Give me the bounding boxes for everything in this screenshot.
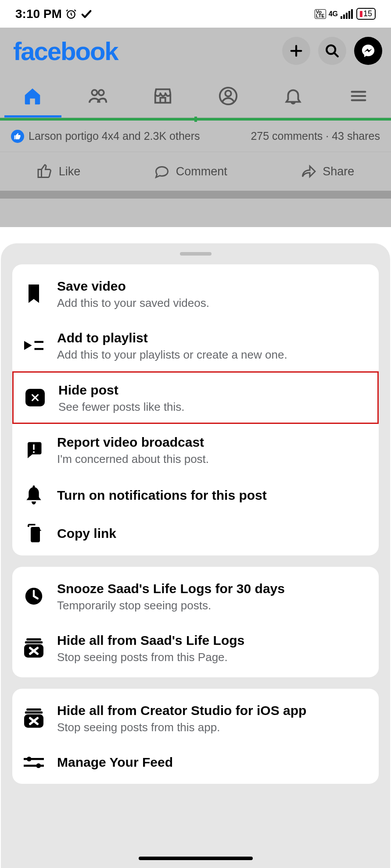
menu-icon <box>348 86 369 106</box>
tab-profile[interactable] <box>196 74 261 117</box>
svg-point-10 <box>92 90 97 95</box>
comment-button[interactable]: Comment <box>154 164 227 179</box>
sliders-icon <box>24 755 44 770</box>
friends-icon <box>88 86 108 106</box>
item-sub: Stop seeing posts from this Page. <box>57 651 368 664</box>
marketplace-icon <box>153 86 173 106</box>
create-button[interactable] <box>282 37 310 65</box>
comment-icon <box>154 164 170 179</box>
item-title: Add to playlist <box>57 329 368 346</box>
next-post-peek <box>0 199 391 227</box>
comment-label: Comment <box>176 165 227 178</box>
svg-rect-30 <box>26 708 41 711</box>
playlist-icon <box>24 338 43 353</box>
check-icon <box>80 8 93 20</box>
profile-icon <box>218 86 238 106</box>
report-icon <box>25 441 43 459</box>
item-hide-app[interactable]: Hide all from Creator Studio for iOS app… <box>12 692 379 744</box>
alarm-icon <box>65 8 77 20</box>
item-hide-post[interactable]: Hide post See fewer posts like this. <box>12 371 379 424</box>
item-sub: See fewer posts like this. <box>58 400 367 414</box>
svg-rect-4 <box>348 11 350 19</box>
item-hide-page[interactable]: Hide all from Saad's Life Logs Stop seei… <box>12 622 379 674</box>
tab-notifications[interactable] <box>261 74 326 117</box>
divider <box>0 191 391 199</box>
item-snooze[interactable]: Snooze Saad's Life Logs for 30 days Temp… <box>12 570 379 622</box>
post-actions: Like Comment Share <box>0 152 391 191</box>
sheet-card-3: Hide all from Creator Studio for iOS app… <box>12 689 379 784</box>
progress-line <box>0 118 391 121</box>
item-manage-feed[interactable]: Manage Your Feed <box>12 744 379 780</box>
like-label: Like <box>59 165 81 178</box>
svg-rect-2 <box>343 14 345 19</box>
home-icon <box>22 86 43 106</box>
tab-friends[interactable] <box>65 74 131 117</box>
svg-rect-38 <box>24 765 44 767</box>
svg-rect-5 <box>351 9 353 19</box>
item-copy-link[interactable]: Copy link <box>12 514 379 552</box>
item-report[interactable]: Report video broadcast I'm concerned abo… <box>12 424 379 476</box>
item-title: Copy link <box>57 525 368 542</box>
home-indicator[interactable] <box>139 857 253 860</box>
svg-rect-25 <box>26 638 41 640</box>
svg-rect-36 <box>24 758 44 760</box>
signal-icon <box>341 9 354 19</box>
svg-rect-1 <box>341 16 342 19</box>
messenger-button[interactable] <box>354 37 382 65</box>
item-title: Turn on notifications for this post <box>57 487 368 504</box>
tab-home[interactable] <box>0 74 65 117</box>
like-button[interactable]: Like <box>37 164 81 179</box>
bookmark-icon <box>26 284 42 303</box>
item-title: Hide all from Saad's Life Logs <box>57 632 368 649</box>
bell-fill-icon <box>25 485 43 505</box>
sheet-card-1: Save video Add this to your saved videos… <box>12 264 379 555</box>
svg-rect-22 <box>33 445 35 450</box>
item-title: Save video <box>57 277 368 295</box>
svg-rect-26 <box>25 641 43 644</box>
network-label: 4G <box>329 10 338 18</box>
item-sub: Stop seeing posts from this app. <box>57 721 368 734</box>
tab-marketplace[interactable] <box>130 74 196 117</box>
svg-marker-17 <box>24 341 32 350</box>
share-label: Share <box>323 165 354 178</box>
app-header: facebook <box>0 28 391 74</box>
like-icon <box>37 164 53 179</box>
close-box-icon <box>25 389 45 406</box>
clock-icon <box>25 587 43 605</box>
item-add-playlist[interactable]: Add to playlist Add this to your playlis… <box>12 320 379 371</box>
active-tab-indicator <box>4 115 61 117</box>
like-badge-icon <box>11 130 24 143</box>
svg-rect-31 <box>25 711 43 714</box>
post-stats[interactable]: Larson portigo 4x4 and 2.3K others 275 c… <box>0 121 391 152</box>
item-title: Manage Your Feed <box>57 754 368 771</box>
item-sub: Temporarily stop seeing posts. <box>57 599 368 612</box>
svg-rect-19 <box>34 348 43 350</box>
item-title: Hide post <box>58 381 367 398</box>
svg-rect-3 <box>346 13 348 19</box>
battery-indicator: 15 <box>356 8 376 20</box>
copy-icon <box>25 524 43 542</box>
svg-point-13 <box>225 90 231 96</box>
search-button[interactable] <box>318 37 346 65</box>
status-time: 3:10 PM <box>15 7 62 21</box>
tab-bar <box>0 74 391 118</box>
facebook-logo: facebook <box>13 36 118 66</box>
sheet-handle[interactable] <box>180 252 212 256</box>
tab-menu[interactable] <box>326 74 391 117</box>
item-save-video[interactable]: Save video Add this to your saved videos… <box>12 268 379 320</box>
status-bar: 3:10 PM Vo LTE 4G 15 <box>0 0 391 28</box>
item-title: Report video broadcast <box>57 434 368 451</box>
share-button[interactable]: Share <box>301 164 354 179</box>
item-notifications[interactable]: Turn on notifications for this post <box>12 476 379 514</box>
item-title: Snooze Saad's Life Logs for 30 days <box>57 580 368 597</box>
svg-rect-23 <box>33 452 35 453</box>
battery-pct: 15 <box>363 9 372 18</box>
bell-icon <box>283 86 303 106</box>
svg-point-11 <box>98 90 104 95</box>
likes-text: Larson portigo 4x4 and 2.3K others <box>29 130 200 142</box>
item-title: Hide all from Creator Studio for iOS app <box>57 702 368 719</box>
item-sub: Add this to your saved videos. <box>57 296 368 310</box>
svg-rect-18 <box>34 341 43 343</box>
item-sub: Add this to your playlists or create a n… <box>57 348 368 362</box>
svg-line-9 <box>334 53 338 57</box>
